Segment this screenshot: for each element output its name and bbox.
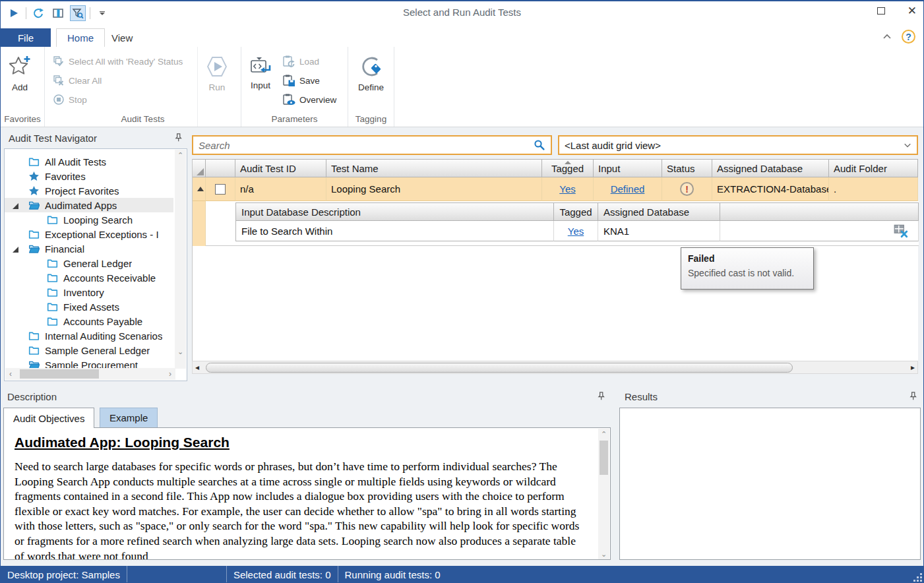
status-failed-icon[interactable]: ! (680, 182, 694, 196)
scroll-thumb[interactable] (206, 363, 793, 373)
tree-item-accounts-receivable[interactable]: Accounts Receivable (5, 270, 173, 285)
scroll-up-icon[interactable]: ⌃ (598, 429, 609, 439)
maximize-button[interactable] (877, 7, 885, 15)
select-all-corner[interactable] (193, 159, 206, 177)
group-label-parameters: Parameters (241, 114, 348, 124)
tree-item-inventory[interactable]: Inventory (5, 285, 173, 299)
search-input[interactable] (193, 140, 534, 151)
define-tag-icon (359, 55, 383, 78)
description-content: Audimated App: Looping Search Need to se… (3, 427, 611, 560)
col-tagged[interactable]: Tagged (542, 159, 594, 177)
scroll-right-icon[interactable]: › (165, 369, 175, 379)
col-detail-tagged[interactable]: Tagged (554, 202, 598, 221)
navigator-pin-icon[interactable] (173, 133, 183, 145)
save-icon (282, 74, 295, 87)
stop-button[interactable]: Stop (53, 92, 197, 107)
folder-icon (28, 345, 40, 356)
scroll-left-icon[interactable]: ◂ (195, 363, 199, 372)
tab-audit-objectives[interactable]: Audit Objectives (3, 408, 94, 428)
grid-horizontal-scrollbar[interactable]: ◂ ▸ (192, 361, 918, 374)
run-label: Run (209, 82, 226, 92)
tagged-link[interactable]: Yes (559, 183, 575, 195)
stop-icon (53, 94, 65, 106)
tree-item-accounts-payable[interactable]: Accounts Payable (5, 314, 173, 328)
results-pin-icon[interactable] (908, 391, 918, 404)
folder-icon (47, 301, 58, 313)
tab-home[interactable]: Home (56, 28, 105, 47)
tree-item-financial[interactable]: Financial (5, 241, 173, 256)
description-pin-icon[interactable] (596, 391, 606, 404)
row-expander-cell[interactable] (193, 177, 206, 201)
tree-horizontal-scrollbar[interactable]: ‹ › (5, 368, 175, 380)
add-favorite-button[interactable]: Add (1, 47, 39, 92)
search-icon[interactable] (534, 139, 545, 151)
description-vertical-scrollbar[interactable]: ⌃ ⌄ (598, 429, 609, 559)
expander-icon[interactable] (13, 200, 18, 211)
scroll-thumb[interactable] (20, 369, 99, 379)
col-input[interactable]: Input (594, 159, 662, 177)
add-label: Add (12, 82, 28, 92)
expander-icon[interactable] (13, 243, 18, 255)
col-audit-folder[interactable]: Audit Folder (829, 159, 918, 177)
row-checkbox[interactable] (215, 184, 226, 195)
scroll-thumb[interactable] (600, 441, 608, 475)
tree-vertical-scrollbar[interactable]: ⌃ ⌄ (175, 150, 186, 369)
tab-view[interactable]: View (101, 28, 143, 47)
overview-icon (282, 93, 295, 106)
resize-grip[interactable] (913, 573, 922, 582)
tree-item-exceptional-exceptions[interactable]: Exceptional Exceptions - I (5, 227, 173, 241)
table-row[interactable]: n/a Looping Search Yes Defined ! EXTRACT… (193, 177, 918, 201)
status-running-tests: Running audit tests: 0 (338, 569, 447, 580)
col-test-name[interactable]: Test Name (326, 159, 542, 177)
collapse-ribbon-icon[interactable] (882, 32, 892, 44)
input-defined-link[interactable]: Defined (611, 183, 645, 195)
error-tooltip: Failed Specified cast is not valid. (681, 247, 814, 290)
collapse-row-icon[interactable] (197, 187, 204, 191)
scroll-right-icon[interactable]: ▸ (911, 363, 915, 372)
scroll-up-icon[interactable]: ⌃ (175, 150, 186, 160)
ribbon-tabstrip: File Home View ? (1, 24, 923, 47)
col-input-database-description[interactable]: Input Database Description (235, 202, 554, 221)
tree-item-all-audit-tests[interactable]: All Audit Tests (5, 154, 173, 169)
detail-tagged-link[interactable]: Yes (568, 226, 584, 237)
load-button[interactable]: Load (282, 53, 336, 69)
scroll-down-icon[interactable]: ⌄ (175, 346, 186, 357)
clear-all-icon (53, 75, 65, 86)
tree-item-audimated-apps[interactable]: Audimated Apps (5, 198, 173, 212)
tree-item-sample-general-ledger[interactable]: Sample General Ledger (5, 343, 173, 357)
status-selected-tests: Selected audit tests: 0 (227, 569, 338, 580)
tree-item-project-favorites[interactable]: Project Favorites (5, 183, 173, 198)
audit-test-tree: All Audit Tests Favorites Project Favori… (4, 148, 187, 381)
col-status[interactable]: Status (662, 159, 712, 177)
col-audit-test-id[interactable]: Audit Test ID (235, 159, 326, 177)
tab-example[interactable]: Example (100, 408, 158, 427)
scroll-left-icon[interactable]: ‹ (5, 369, 16, 379)
tree-item-looping-search[interactable]: Looping Search (5, 212, 173, 227)
overview-button[interactable]: Overview (282, 92, 336, 107)
clear-all-button[interactable]: Clear All (53, 73, 197, 88)
define-button[interactable]: Define (352, 47, 390, 92)
checkbox-column-header[interactable] (206, 159, 235, 177)
tree-item-general-ledger[interactable]: General Ledger (5, 256, 173, 270)
folder-icon (47, 316, 58, 327)
close-button[interactable]: ✕ (908, 5, 917, 16)
col-assigned-database[interactable]: Assigned Database (712, 159, 829, 177)
col-detail-assigned-database[interactable]: Assigned Database (598, 202, 720, 221)
tree-item-internal-auditing-scenarios[interactable]: Internal Auditing Scenarios (5, 328, 173, 343)
grid-view-select[interactable]: <Last audit grid view> (558, 135, 918, 155)
select-all-ready-button[interactable]: Select All with 'Ready' Status (53, 53, 197, 69)
tab-file[interactable]: File (1, 28, 51, 47)
remove-database-icon[interactable] (893, 223, 909, 239)
tree-item-favorites[interactable]: Favorites (5, 169, 173, 183)
detail-data-row[interactable]: File to Search Within Yes KNA1 (235, 221, 919, 241)
run-button[interactable]: Run (198, 47, 236, 92)
help-icon[interactable]: ? (902, 30, 915, 44)
star-icon (28, 171, 40, 182)
save-button[interactable]: Save (282, 73, 336, 88)
row-checkbox-cell[interactable] (206, 177, 235, 201)
scroll-down-icon[interactable]: ⌄ (598, 549, 609, 559)
tree-item-fixed-assets[interactable]: Fixed Assets (5, 299, 173, 314)
grid-view-value: <Last audit grid view> (565, 140, 661, 151)
load-icon (282, 55, 295, 68)
input-label: Input (251, 80, 270, 90)
